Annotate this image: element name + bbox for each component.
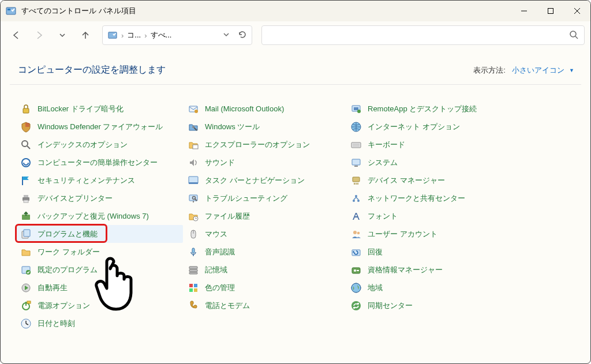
control-panel-item-devmgr[interactable]: デバイス マネージャー xyxy=(347,171,508,189)
control-panel-item-phone[interactable]: 電話とモデム xyxy=(184,297,346,314)
item-label: 同期センター xyxy=(368,301,413,311)
svg-rect-60 xyxy=(194,284,197,287)
power-icon xyxy=(20,300,32,312)
titlebar: すべてのコントロール パネル項目 xyxy=(1,1,590,21)
control-panel-item-bitlocker[interactable]: BitLocker ドライブ暗号化 xyxy=(17,100,183,118)
control-panel-item-autoplay[interactable]: 自動再生 xyxy=(17,279,183,297)
control-panel-icon xyxy=(107,30,118,40)
control-panel-item-sound[interactable]: サウンド xyxy=(184,153,346,171)
control-panel-item-wintools[interactable]: Windows ツール xyxy=(184,118,346,136)
control-panel-item-keyboard[interactable]: キーボード xyxy=(347,136,508,153)
svg-rect-67 xyxy=(27,301,31,303)
viewby-label: 表示方法: xyxy=(473,66,506,74)
control-panel-item-network[interactable]: ネットワークと共有センター xyxy=(347,189,508,207)
item-label: ユーザー アカウント xyxy=(368,229,437,239)
control-panel-item-remoteapp[interactable]: RemoteApp とデスクトップ接続 xyxy=(347,100,508,118)
control-panel-item-recovery[interactable]: 回復 xyxy=(347,243,508,261)
refresh-icon[interactable] xyxy=(238,30,247,41)
search-icon xyxy=(569,30,578,41)
control-panel-item-ease[interactable]: コンピューターの簡単操作センター xyxy=(17,153,183,171)
svg-point-14 xyxy=(357,110,361,113)
window: すべてのコントロール パネル項目 xyxy=(0,0,591,364)
item-label: 既定のプログラム xyxy=(38,265,98,275)
control-panel-item-fonts[interactable]: フォント xyxy=(347,207,508,225)
control-panel-item-defender[interactable]: Windows Defender ファイアウォール xyxy=(17,118,183,136)
color-icon xyxy=(188,282,199,294)
svg-rect-52 xyxy=(189,267,197,269)
maximize-button[interactable] xyxy=(537,1,564,21)
tools-icon xyxy=(188,121,199,133)
item-label: インターネット オプション xyxy=(368,122,460,132)
control-panel-item-power[interactable]: 電源オプション xyxy=(17,297,183,314)
control-panel-item-inetopts[interactable]: インターネット オプション xyxy=(347,118,508,136)
control-panel-item-indexing[interactable]: インデックスのオプション xyxy=(17,136,183,153)
control-panel-item-sync[interactable]: 同期センター xyxy=(347,297,508,314)
item-label: デバイス マネージャー xyxy=(368,175,445,186)
nav-recent-dropdown[interactable] xyxy=(53,25,72,45)
breadcrumb-sep-icon: › xyxy=(144,31,147,40)
nav-forward-button[interactable] xyxy=(29,25,49,45)
chevron-down-icon[interactable] xyxy=(223,31,230,40)
control-panel-item-mail[interactable]: Mail (Microsoft Outlook) xyxy=(184,100,346,118)
breadcrumb-seg1[interactable]: コ... xyxy=(127,30,141,40)
control-panel-item-security[interactable]: セキュリティとメンテナンス xyxy=(17,171,183,189)
titlebar-controls xyxy=(511,1,590,21)
svg-rect-9 xyxy=(23,108,29,113)
close-button[interactable] xyxy=(564,1,590,21)
defaults-icon xyxy=(20,264,32,276)
svg-rect-3 xyxy=(548,9,553,14)
control-panel-item-troubleshoot[interactable]: トラブルシューティング xyxy=(184,189,346,207)
autoplay-icon xyxy=(20,282,32,294)
svg-rect-32 xyxy=(24,195,28,197)
item-label: Windows Defender ファイアウォール xyxy=(38,122,163,132)
control-panel-item-storage[interactable]: 記憶域 xyxy=(184,261,346,279)
viewby-value-link[interactable]: 小さいアイコン xyxy=(512,66,564,74)
svg-rect-62 xyxy=(194,288,197,292)
item-label: インデックスのオプション xyxy=(38,140,128,150)
nav-back-button[interactable] xyxy=(6,25,26,45)
control-panel-item-credmgr[interactable]: 資格情報マネージャー xyxy=(347,261,508,279)
minimize-button[interactable] xyxy=(511,1,537,21)
backup-icon xyxy=(20,211,32,222)
control-panel-item-filehist[interactable]: ファイル履歴 xyxy=(184,207,346,225)
control-panel-item-workfolders[interactable]: ワーク フォルダー xyxy=(17,243,183,261)
breadcrumb-seg2[interactable]: すべ... xyxy=(151,30,172,40)
svg-rect-47 xyxy=(192,248,194,253)
svg-point-45 xyxy=(353,231,357,234)
control-panel-item-devices[interactable]: デバイスとプリンター xyxy=(17,189,183,207)
item-label: システム xyxy=(368,157,398,168)
devmgr-icon xyxy=(350,175,362,186)
control-panel-item-explorer-opts[interactable]: エクスプローラーのオプション xyxy=(184,136,346,153)
address-bar[interactable]: › コ... › すべ... xyxy=(102,25,252,45)
svg-point-36 xyxy=(353,200,355,202)
control-panel-item-taskbar[interactable]: タスク バーとナビゲーション xyxy=(184,171,346,189)
speech-icon xyxy=(188,246,199,258)
svg-rect-15 xyxy=(25,123,29,127)
svg-rect-30 xyxy=(353,177,360,182)
control-panel-item-users[interactable]: ユーザー アカウント xyxy=(347,225,508,243)
item-label: キーボード xyxy=(368,140,405,150)
svg-point-38 xyxy=(355,195,357,197)
breadcrumb-sep-icon: › xyxy=(121,31,124,40)
control-panel-item-speech[interactable]: 音声認識 xyxy=(184,243,346,261)
control-panel-item-programs[interactable]: プログラムと機能 xyxy=(17,225,183,243)
network-icon xyxy=(350,193,362,204)
item-label: ファイル履歴 xyxy=(205,211,250,222)
svg-point-37 xyxy=(357,200,360,202)
nav-up-button[interactable] xyxy=(76,25,95,45)
svg-rect-26 xyxy=(352,159,360,165)
search-input[interactable] xyxy=(261,25,585,45)
printer-icon xyxy=(20,193,32,204)
control-panel-item-defaults[interactable]: 既定のプログラム xyxy=(17,261,183,279)
svg-rect-1 xyxy=(8,9,10,10)
control-panel-item-system[interactable]: システム xyxy=(347,153,508,171)
control-panel-item-region[interactable]: 地域 xyxy=(347,279,508,297)
control-panel-item-backup[interactable]: バックアップと復元 (Windows 7) xyxy=(17,207,183,225)
troubleshoot-icon xyxy=(188,193,199,204)
globe-icon xyxy=(350,121,362,133)
control-panel-item-mouse[interactable]: マウス xyxy=(184,225,346,243)
search-opt-icon xyxy=(20,139,32,151)
control-panel-item-color[interactable]: 色の管理 xyxy=(184,279,346,297)
svg-point-7 xyxy=(570,31,576,37)
control-panel-item-datetime[interactable]: 日付と時刻 xyxy=(17,314,183,332)
